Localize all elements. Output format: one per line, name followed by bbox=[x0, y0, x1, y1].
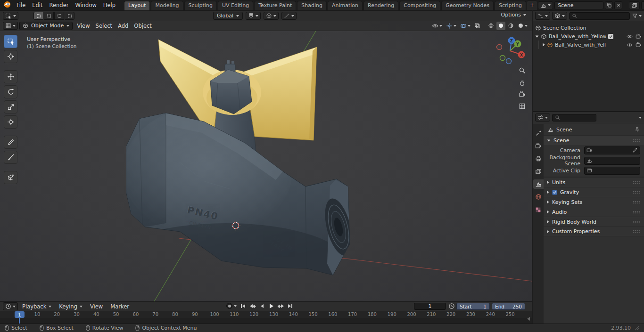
shading-rendered-button[interactable] bbox=[516, 22, 529, 30]
previous-keyframe-button[interactable] bbox=[248, 302, 257, 310]
workspace-tab[interactable]: Compositing bbox=[399, 1, 440, 10]
tool-move[interactable] bbox=[4, 70, 17, 83]
panel-grip-icon[interactable] bbox=[633, 211, 641, 214]
workspace-tab[interactable]: Modeling bbox=[151, 1, 183, 10]
workspace-tab[interactable]: UV Editing bbox=[218, 1, 253, 10]
panel-grip-icon[interactable] bbox=[633, 201, 641, 204]
panel-grip-icon[interactable] bbox=[633, 139, 641, 142]
current-frame-field[interactable]: 1 bbox=[414, 303, 446, 310]
viewport-menu-item[interactable]: View bbox=[74, 22, 92, 30]
viewport-3d[interactable]: PN40 PN40 CW617N MADE IN ITALY bbox=[0, 21, 532, 301]
panel-scene-header[interactable]: Scene bbox=[544, 135, 644, 145]
add-workspace-button[interactable]: + bbox=[527, 0, 537, 10]
tab-tool[interactable] bbox=[533, 129, 544, 138]
active-clip-field[interactable] bbox=[584, 167, 640, 175]
workspace-tab[interactable]: Texture Paint bbox=[254, 1, 296, 10]
workspace-tab[interactable]: Rendering bbox=[363, 1, 398, 10]
ortho-toggle-icon[interactable] bbox=[520, 104, 524, 108]
visibility-dropdown[interactable] bbox=[430, 22, 444, 30]
playback-menu[interactable]: Playback bbox=[19, 303, 55, 310]
playhead-frame-label[interactable]: 1 bbox=[15, 311, 25, 318]
blender-logo-icon[interactable] bbox=[4, 1, 11, 9]
select-mode-new[interactable] bbox=[33, 12, 43, 20]
camera-view-icon[interactable] bbox=[519, 91, 525, 96]
properties-filter-dropdown[interactable] bbox=[639, 117, 642, 119]
next-keyframe-button[interactable] bbox=[276, 302, 285, 310]
timeline-view-menu[interactable]: View bbox=[87, 303, 106, 310]
navigation-gizmo[interactable]: Z Y X bbox=[497, 37, 525, 64]
tool-select-box[interactable] bbox=[4, 35, 17, 48]
menubar-item[interactable]: Render bbox=[46, 1, 72, 9]
tool-scale[interactable] bbox=[4, 100, 17, 113]
gizmo-axis-neg-y[interactable] bbox=[500, 56, 505, 61]
zoom-icon[interactable] bbox=[520, 68, 525, 73]
breadcrumb-scene[interactable]: Scene bbox=[556, 127, 572, 133]
menubar-item[interactable]: File bbox=[13, 1, 29, 9]
outliner-search[interactable] bbox=[569, 12, 630, 20]
outliner-search-input[interactable] bbox=[579, 13, 627, 19]
mode-dropdown[interactable]: Object Mode bbox=[19, 22, 73, 30]
snapping-dropdown[interactable] bbox=[246, 12, 261, 20]
tab-output[interactable] bbox=[533, 154, 544, 163]
gizmos-toggle[interactable] bbox=[445, 22, 458, 30]
panel-units[interactable]: Units bbox=[544, 177, 644, 187]
outliner-row-collection[interactable]: Ball_Valve_with_Yellow_Butte bbox=[533, 32, 644, 40]
panel-grip-icon[interactable] bbox=[633, 191, 641, 194]
menubar-item[interactable]: Window bbox=[72, 1, 99, 9]
camera-field[interactable] bbox=[584, 146, 640, 154]
viewport-canvas[interactable]: PN40 PN40 CW617N MADE IN ITALY bbox=[0, 21, 532, 301]
scene-new-button[interactable] bbox=[605, 1, 613, 9]
tool-transform[interactable] bbox=[4, 115, 17, 129]
disclosure-open-icon[interactable] bbox=[536, 35, 539, 37]
gizmo-axis-neg-z[interactable] bbox=[506, 59, 512, 64]
timeline-scroll-arrow-icon[interactable] bbox=[527, 317, 530, 321]
tool-rotate[interactable] bbox=[4, 85, 17, 98]
xray-toggle[interactable] bbox=[473, 22, 482, 30]
panel-grip-icon[interactable] bbox=[633, 230, 641, 233]
tool-cursor[interactable] bbox=[4, 50, 17, 63]
select-mode-extend[interactable] bbox=[44, 12, 54, 20]
shading-material-button[interactable] bbox=[506, 22, 515, 30]
play-reverse-button[interactable] bbox=[257, 302, 266, 310]
frame-end-field[interactable]: End 250 bbox=[492, 303, 525, 310]
panel-keying-sets[interactable]: Keying Sets bbox=[544, 197, 644, 207]
jump-to-start-button[interactable] bbox=[239, 302, 248, 310]
marker-menu[interactable]: Marker bbox=[107, 303, 132, 310]
auto-keying-record-button[interactable] bbox=[226, 303, 232, 309]
scene-selector[interactable]: Scene bbox=[554, 1, 603, 9]
gizmo-axis-neg-x[interactable] bbox=[497, 45, 502, 50]
play-button[interactable] bbox=[267, 302, 276, 310]
panel-audio[interactable]: Audio bbox=[544, 207, 644, 217]
tab-world[interactable] bbox=[533, 192, 544, 202]
workspace-tab[interactable]: Sculpting bbox=[184, 1, 217, 10]
select-mode-intersect[interactable] bbox=[65, 12, 74, 20]
workspace-tab[interactable]: Shading bbox=[297, 1, 327, 10]
panel-grip-icon[interactable] bbox=[633, 181, 641, 184]
panel-rigid-body-world[interactable]: Rigid Body World bbox=[544, 217, 644, 227]
ball-valve-model[interactable]: PN40 PN40 CW617N MADE IN ITALY bbox=[104, 40, 357, 301]
collection-checkbox[interactable] bbox=[608, 34, 613, 39]
view-layer-selector[interactable]: View Layer bbox=[641, 1, 644, 9]
transform-orientation-dropdown[interactable]: Global bbox=[213, 12, 243, 20]
outliner-filter-button[interactable] bbox=[632, 13, 642, 19]
falloff-dropdown[interactable] bbox=[281, 12, 297, 20]
use-preview-range-button[interactable] bbox=[448, 303, 455, 309]
tab-texture[interactable] bbox=[533, 205, 544, 214]
panel-grip-icon[interactable] bbox=[633, 220, 641, 224]
panel-gravity[interactable]: Gravity bbox=[544, 187, 644, 197]
active-tool-dropdown[interactable] bbox=[3, 12, 18, 20]
workspace-tab[interactable]: Animation bbox=[328, 1, 363, 10]
shading-wireframe-button[interactable] bbox=[487, 22, 495, 30]
pan-hand-icon[interactable] bbox=[520, 80, 524, 85]
keying-menu[interactable]: Keying bbox=[56, 303, 86, 310]
menubar-item[interactable]: Edit bbox=[29, 1, 46, 9]
outliner-row-object[interactable]: Ball_Valve_with_Yellow_I bbox=[533, 40, 644, 49]
tool-add-cube[interactable] bbox=[4, 171, 17, 184]
viewport-menu-item[interactable]: Select bbox=[93, 22, 115, 30]
outliner-display-mode-dropdown[interactable] bbox=[552, 12, 567, 20]
resize-grip-icon[interactable] bbox=[635, 326, 639, 331]
eye-icon[interactable] bbox=[627, 42, 633, 48]
tab-scene[interactable] bbox=[533, 179, 544, 189]
workspace-tab[interactable]: Scripting bbox=[495, 1, 526, 10]
tab-view-layer[interactable] bbox=[533, 167, 544, 176]
